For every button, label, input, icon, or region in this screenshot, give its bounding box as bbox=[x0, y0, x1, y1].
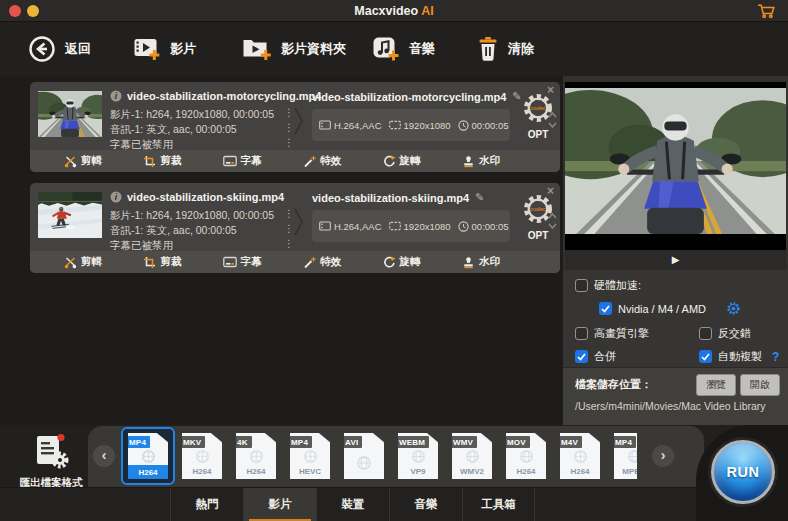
opt-gear-icon: codec bbox=[530, 206, 546, 212]
merge-label: 合併 bbox=[594, 349, 616, 364]
add-folder-icon bbox=[242, 36, 272, 62]
clip-thumbnail bbox=[38, 192, 102, 238]
format-card-mp4-hevc[interactable]: MP4 HEVC bbox=[283, 427, 337, 485]
video-preview bbox=[565, 82, 786, 250]
deinterlace-checkbox[interactable] bbox=[699, 327, 712, 340]
cart-icon[interactable] bbox=[757, 3, 776, 23]
codec-icon bbox=[319, 120, 331, 130]
clear-button[interactable]: 清除 bbox=[477, 22, 534, 76]
deinterlace-label: 反交錯 bbox=[718, 326, 751, 341]
edit-crop-button[interactable]: 剪裁 bbox=[143, 154, 181, 168]
codec-icon bbox=[319, 221, 331, 231]
info-icon: i bbox=[110, 90, 122, 102]
clip-video-track: 影片-1: h264, 1920x1080, 00:00:05 bbox=[110, 108, 274, 122]
edit-trim-button[interactable]: 剪輯 bbox=[64, 255, 102, 269]
tab-hot[interactable]: 熱門 bbox=[170, 488, 243, 521]
open-button[interactable]: 開啟 bbox=[740, 374, 780, 396]
gpu-checkbox[interactable] bbox=[599, 302, 612, 315]
format-card-mp4-mpeg[interactable]: MP4 MPEG bbox=[607, 427, 637, 485]
next-formats-button[interactable]: › bbox=[652, 445, 674, 467]
browse-button[interactable]: 瀏覽 bbox=[696, 374, 736, 396]
audio-track-menu-icon[interactable]: ⋮ bbox=[284, 223, 294, 234]
tab-device[interactable]: 裝置 bbox=[316, 488, 389, 521]
clip-row-motorcycling[interactable]: i video-stabilization-motorcycling.mp4 影… bbox=[30, 82, 560, 172]
opt-label: OPT bbox=[517, 230, 559, 241]
format-card-avi[interactable]: AVI bbox=[337, 427, 391, 485]
tab-music[interactable]: 音樂 bbox=[389, 488, 462, 521]
opt-label: OPT bbox=[517, 129, 559, 140]
add-music-button[interactable]: 音樂 bbox=[372, 22, 435, 76]
play-icon: ▶ bbox=[672, 254, 680, 265]
window-title: Macxvideo AI bbox=[0, 0, 788, 22]
clip-filename: video-stabilization-motorcycling.mp4 bbox=[127, 90, 321, 102]
edit-crop-button[interactable]: 剪裁 bbox=[143, 255, 181, 269]
format-card-4k-h264[interactable]: 4K H264 bbox=[229, 427, 283, 485]
clip-video-track: 影片-1: h264, 1920x1080, 00:00:05 bbox=[110, 209, 274, 223]
add-folder-button[interactable]: 影片資料夾 bbox=[242, 22, 346, 76]
duration-clock-icon bbox=[458, 221, 469, 232]
edit-trim-button[interactable]: 剪輯 bbox=[64, 154, 102, 168]
audio-track-menu-icon[interactable]: ⋮ bbox=[284, 122, 294, 133]
edit-effects-button[interactable]: 特效 bbox=[303, 154, 341, 168]
crop-icon bbox=[143, 155, 156, 168]
close-icon[interactable]: × bbox=[547, 184, 554, 198]
toolbar: 返回 影片 影片資料夾 bbox=[0, 22, 788, 76]
subtitle-track-menu-icon[interactable]: ⋮ bbox=[284, 238, 294, 249]
save-location-label: 檔案儲存位置： bbox=[575, 377, 652, 392]
clip-output-name: video-stabilization-skiing.mp4 bbox=[312, 192, 469, 204]
encode-options: 硬體加速: Nvidia / M4 / AMD 高畫質引擎 反交錯 合併 bbox=[563, 270, 788, 367]
add-video-icon bbox=[133, 36, 161, 62]
auto-copy-checkbox[interactable] bbox=[699, 350, 712, 363]
bottom-bar: 匯出檔案格式 ‹ MP4 H264 MKV H264 bbox=[0, 425, 788, 521]
help-icon[interactable]: ? bbox=[772, 350, 779, 364]
tab-video[interactable]: 影片 bbox=[243, 488, 316, 521]
format-card-m4v-h264[interactable]: M4V H264 bbox=[553, 427, 607, 485]
move-up-icon[interactable] bbox=[548, 112, 557, 118]
resolution-icon bbox=[389, 221, 401, 231]
subtitle-track-menu-icon[interactable]: ⋮ bbox=[284, 137, 294, 148]
subtitle-icon bbox=[223, 256, 237, 268]
add-video-button[interactable]: 影片 bbox=[133, 22, 196, 76]
close-icon[interactable]: × bbox=[547, 83, 554, 97]
edit-watermark-button[interactable]: 水印 bbox=[462, 255, 500, 269]
edit-subtitle-button[interactable]: 字幕 bbox=[223, 154, 262, 168]
back-button[interactable]: 返回 bbox=[28, 22, 91, 76]
video-track-menu-icon[interactable]: ⋮ bbox=[284, 208, 294, 219]
move-up-icon[interactable] bbox=[548, 213, 557, 219]
play-button[interactable]: ▶ bbox=[565, 250, 786, 270]
rename-pencil-icon[interactable]: ✎ bbox=[475, 191, 484, 204]
edit-effects-button[interactable]: 特效 bbox=[303, 255, 341, 269]
tab-toolbox[interactable]: 工具箱 bbox=[462, 488, 535, 521]
format-card-mov-h264[interactable]: MOV H264 bbox=[499, 427, 553, 485]
save-location-path: /Users/m4mini/Movies/Mac Video Library bbox=[575, 400, 766, 412]
clip-row-skiing[interactable]: i video-stabilization-skiing.mp4 影片-1: h… bbox=[30, 183, 560, 273]
video-track-menu-icon[interactable]: ⋮ bbox=[284, 107, 294, 118]
hardware-accel-checkbox[interactable] bbox=[575, 279, 588, 292]
watermark-stamp-icon bbox=[462, 155, 475, 168]
divider-chevron-icon bbox=[294, 106, 304, 136]
format-card-wmv-wmv2[interactable]: WMV WMV2 bbox=[445, 427, 499, 485]
prev-formats-button[interactable]: ‹ bbox=[93, 445, 115, 467]
category-tabs: 熱門 影片 裝置 音樂 工具箱 bbox=[0, 487, 704, 521]
edit-subtitle-button[interactable]: 字幕 bbox=[223, 255, 262, 269]
right-panel: ▶ 硬體加速: Nvidia / M4 / AMD 高畫質引擎 反交錯 合 bbox=[563, 76, 788, 425]
edit-rotate-button[interactable]: 旋轉 bbox=[383, 154, 421, 168]
move-down-icon[interactable] bbox=[548, 122, 557, 128]
move-down-icon[interactable] bbox=[548, 223, 557, 229]
format-card-webm-vp9[interactable]: WEBM VP9 bbox=[391, 427, 445, 485]
notification-dot bbox=[57, 434, 64, 441]
edit-rotate-button[interactable]: 旋轉 bbox=[383, 255, 421, 269]
clip-thumbnail bbox=[38, 91, 102, 137]
edit-watermark-button[interactable]: 水印 bbox=[462, 154, 500, 168]
high-quality-checkbox[interactable] bbox=[575, 327, 588, 340]
clip-audio-track: 音訊-1: 英文, aac, 00:00:05 bbox=[110, 123, 237, 137]
back-label: 返回 bbox=[65, 40, 91, 58]
format-card-mkv-h264[interactable]: MKV H264 bbox=[175, 427, 229, 485]
export-format-block[interactable]: 匯出檔案格式 bbox=[16, 431, 86, 490]
trash-icon bbox=[477, 36, 499, 62]
gpu-settings-gear-icon[interactable] bbox=[726, 301, 741, 316]
merge-checkbox[interactable] bbox=[575, 350, 588, 363]
run-button[interactable]: RUN bbox=[711, 440, 775, 504]
rotate-icon bbox=[383, 155, 396, 168]
format-card-mp4-h264[interactable]: MP4 H264 bbox=[121, 427, 175, 485]
